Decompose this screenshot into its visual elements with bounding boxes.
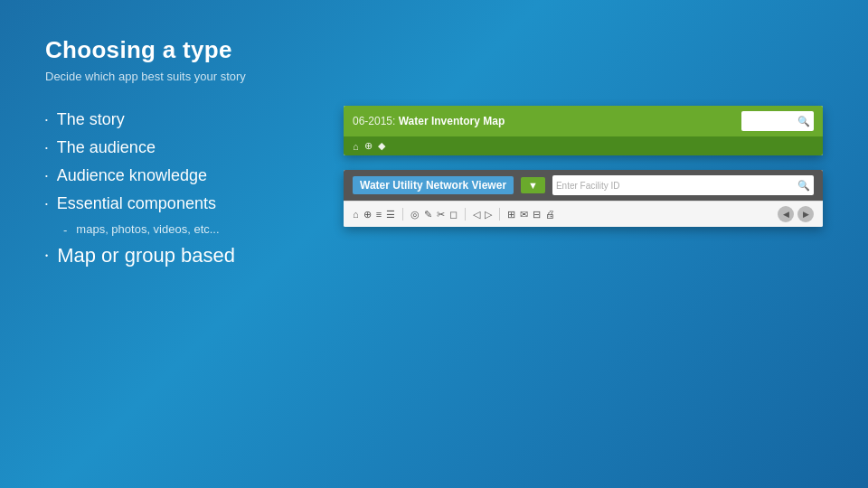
slide-title: Choosing a type: [45, 36, 823, 64]
add-icon: ⊕: [364, 140, 373, 152]
list-item-large: • Map or group based: [45, 244, 316, 267]
bullet-text: The story: [57, 110, 125, 129]
list-icon: ≡: [376, 209, 382, 220]
list-item: • Essential components: [45, 194, 316, 213]
screenshot-network-viewer: Water Utility Network Viewer ▼ Enter Fac…: [344, 170, 823, 227]
home-icon: ⌂: [353, 141, 359, 152]
bullet-text: maps, photos, videos, etc...: [76, 222, 219, 236]
bullet-dot: •: [45, 251, 48, 260]
separator: [465, 208, 466, 221]
network-viewer-toolbar: ⌂ ⊕ ≡ ☰ ◎ ✎ ✂ ◻ ◁ ▷ ⊞ ✉ ⊟ 🖨: [344, 201, 823, 227]
story-map-title: 06-2015: Water Inventory Map: [353, 115, 734, 127]
back-icon: ◁: [473, 209, 480, 221]
cut-icon: ✂: [437, 209, 445, 221]
mail-icon: ✉: [520, 209, 528, 221]
list-item-sub: - maps, photos, videos, etc...: [63, 222, 316, 237]
list-item: • The story: [45, 110, 316, 129]
nav-prev-button[interactable]: ◀: [778, 206, 794, 222]
square-icon: ◻: [449, 209, 458, 221]
search-icon: 🔍: [797, 116, 810, 127]
separator: [499, 208, 500, 221]
print-icon: 🖨: [545, 209, 555, 220]
grid-icon: ⊞: [507, 209, 515, 221]
network-viewer-titlebar: Water Utility Network Viewer ▼ Enter Fac…: [344, 170, 823, 201]
forward-icon: ▷: [485, 209, 492, 221]
search-placeholder: Enter Facility ID: [556, 181, 794, 191]
story-map-titlebar: 06-2015: Water Inventory Map 🔍: [344, 106, 823, 136]
nav-next-button[interactable]: ▶: [797, 206, 814, 222]
bullet-text: Essential components: [57, 194, 216, 213]
bullet-dot: •: [45, 144, 48, 152]
search-icon: 🔍: [797, 180, 810, 192]
story-map-search[interactable]: 🔍: [741, 111, 814, 131]
slide-container: Choosing a type Decide which app best su…: [0, 0, 868, 488]
bullet-text: Audience knowledge: [57, 166, 207, 185]
dropdown-label: ▼: [528, 180, 538, 191]
bullet-text: Map or group based: [57, 244, 235, 267]
title-prefix: 06-2015:: [353, 115, 399, 127]
screenshots-area: 06-2015: Water Inventory Map 🔍 ⌂ ⊕ ◆ Wat…: [344, 106, 823, 227]
screenshot-story-map: 06-2015: Water Inventory Map 🔍 ⌂ ⊕ ◆: [344, 106, 823, 155]
add-icon: ⊕: [363, 209, 372, 221]
title-main: Water Inventory Map: [399, 115, 505, 127]
bullet-dot: •: [45, 200, 48, 208]
bullet-dot: •: [45, 116, 48, 124]
bullet-list: • The story • The audience • Audience kn…: [45, 110, 316, 277]
list-item: • Audience knowledge: [45, 166, 316, 185]
bookmark-icon: ◆: [378, 140, 385, 152]
edit-icon: ✎: [424, 209, 432, 221]
bullet-text: The audience: [57, 138, 156, 157]
list-item: • The audience: [45, 138, 316, 157]
circle-icon: ◎: [410, 209, 420, 221]
menu-icon: ☰: [386, 209, 395, 221]
network-viewer-title: Water Utility Network Viewer: [353, 176, 514, 194]
dropdown-button[interactable]: ▼: [521, 177, 545, 193]
minus-icon: ⊟: [533, 209, 541, 221]
home-icon: ⌂: [353, 209, 359, 220]
separator: [402, 208, 403, 221]
bullet-dash: -: [63, 223, 67, 237]
content-area: • The story • The audience • Audience kn…: [45, 110, 823, 277]
story-map-toolbar: ⌂ ⊕ ◆: [344, 136, 823, 155]
bullet-dot: •: [45, 172, 48, 180]
slide-subtitle: Decide which app best suits your story: [45, 70, 823, 83]
facility-id-search[interactable]: Enter Facility ID 🔍: [552, 175, 814, 195]
